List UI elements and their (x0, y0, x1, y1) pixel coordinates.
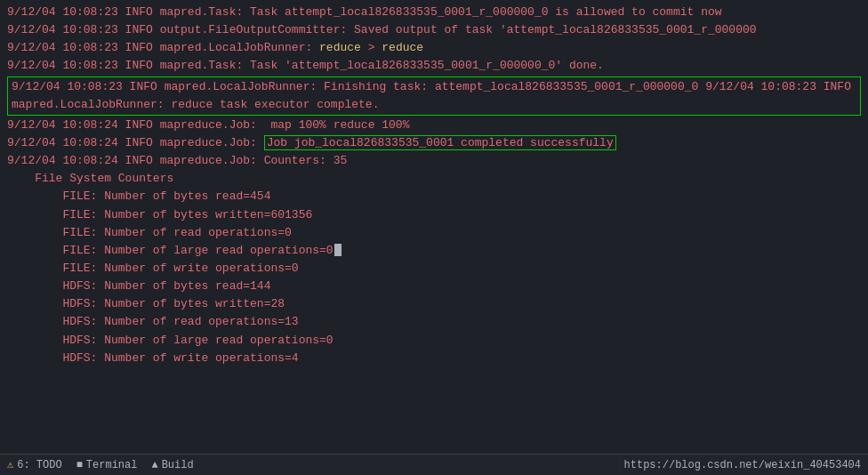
log-line: File System Counters (7, 170, 861, 188)
log-line: 9/12/04 10:08:23 INFO mapred.Task: Task … (7, 4, 861, 21)
status-left-items: ⚠ 6: TODO ■ Terminal ▲ Build (7, 458, 194, 471)
log-line-boxed-group: 9/12/04 10:08:23 INFO mapred.LocalJobRun… (7, 76, 861, 116)
todo-label: 6: TODO (17, 459, 61, 471)
exclamation-icon: ⚠ (7, 458, 13, 471)
status-url: https://blog.csdn.net/weixin_40453404 (624, 459, 861, 471)
status-bar: ⚠ 6: TODO ■ Terminal ▲ Build https://blo… (0, 454, 868, 475)
log-line: 9/12/04 10:08:24 INFO mapreduce.Job: Job… (7, 134, 861, 152)
log-line: HDFS: Number of large read operations=0 (7, 332, 861, 350)
build-icon: ▲ (151, 459, 157, 471)
cursor (334, 244, 342, 256)
status-terminal[interactable]: ■ Terminal (76, 459, 138, 471)
log-line: 9/12/04 10:08:23 INFO mapred.Task: Task … (7, 57, 861, 75)
log-line: HDFS: Number of bytes written=28 (7, 295, 861, 313)
status-build[interactable]: ▲ Build (151, 459, 193, 471)
log-line: FILE: Number of read operations=0 (7, 224, 861, 242)
build-label: Build (162, 459, 194, 471)
status-todo[interactable]: ⚠ 6: TODO (7, 458, 62, 471)
log-line: 9/12/04 10:08:24 INFO mapreduce.Job: Cou… (7, 152, 861, 170)
terminal-output: 9/12/04 10:08:23 INFO mapred.Task: Task … (0, 0, 868, 454)
log-line: FILE: Number of write operations=0 (7, 260, 861, 278)
log-line: FILE: Number of bytes read=454 (7, 188, 861, 205)
log-line: 9/12/04 10:08:24 INFO mapreduce.Job: map… (7, 117, 861, 134)
job-success-label: Job job_local826833535_0001 completed su… (264, 135, 616, 150)
terminal-label: Terminal (86, 459, 138, 471)
terminal-icon: ■ (76, 459, 83, 471)
log-line: HDFS: Number of bytes read=144 (7, 278, 861, 295)
log-line: HDFS: Number of write operations=4 (7, 350, 861, 367)
log-line: HDFS: Number of read operations=13 (7, 313, 861, 331)
log-line: FILE: Number of large read operations=0 (7, 242, 861, 260)
log-line: FILE: Number of bytes written=601356 (7, 206, 861, 224)
log-line: 9/12/04 10:08:23 INFO mapred.LocalJobRun… (7, 39, 861, 57)
log-line: 9/12/04 10:08:23 INFO output.FileOutputC… (7, 21, 861, 39)
